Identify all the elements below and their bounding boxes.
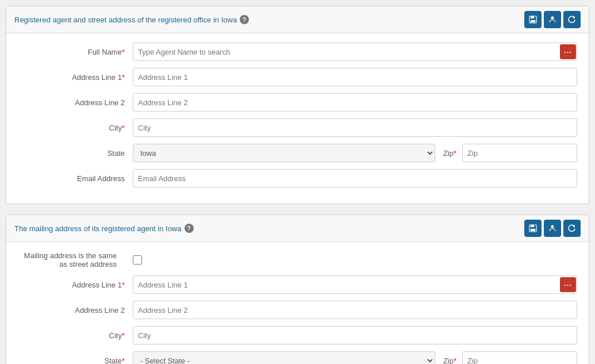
floppy-icon	[529, 16, 537, 24]
section1-help-icon[interactable]: ?	[240, 15, 249, 24]
fullname-dots-button[interactable]: ···	[560, 44, 576, 59]
svg-rect-2	[531, 20, 535, 22]
person-icon2	[548, 224, 556, 232]
person-icon	[548, 16, 556, 24]
mailing-zip-label: Zip*	[441, 357, 456, 365]
mailing-address2-row: Address Line 2	[18, 301, 577, 319]
mailing-address1-input[interactable]	[133, 275, 577, 294]
svg-point-7	[551, 225, 554, 228]
section2-person-button[interactable]	[544, 220, 561, 237]
address2-input[interactable]	[133, 93, 577, 112]
svg-rect-5	[531, 225, 534, 227]
mailing-city-input[interactable]	[133, 326, 577, 344]
same-address-label: Mailing address is the same as street ad…	[18, 251, 133, 269]
mailing-city-row: City*	[18, 326, 577, 344]
mailing-zip-input[interactable]	[462, 351, 577, 364]
section1-save-button[interactable]	[524, 11, 542, 28]
address1-row: Address Line 1*	[18, 68, 577, 86]
email-input[interactable]	[133, 169, 577, 187]
mailing-state-zip-row: State* - Select State - Iowa Zip*	[18, 351, 577, 364]
fullname-input-wrapper: ···	[133, 43, 577, 61]
mailing-address1-dots-button[interactable]: ···	[560, 277, 576, 292]
section1-actions	[524, 11, 581, 28]
section2-save-button[interactable]	[524, 220, 542, 237]
mailing-state-label: State*	[18, 357, 133, 365]
same-address-row: Mailing address is the same as street ad…	[18, 251, 577, 269]
email-label: Email Address	[18, 174, 133, 183]
city-label: City*	[18, 124, 133, 132]
email-row: Email Address	[18, 169, 577, 187]
section1-refresh-button[interactable]	[563, 11, 581, 28]
mailing-state-required: *	[122, 357, 125, 365]
zip-required: *	[454, 149, 456, 158]
section1-form-body: Full Name* ··· Address Line 1* Address L…	[6, 33, 589, 204]
mailing-zip-required: *	[454, 357, 456, 365]
mailing-address1-row: Address Line 1* ···	[18, 275, 577, 294]
address2-row: Address Line 2	[18, 93, 577, 112]
section2-actions	[524, 220, 581, 237]
address1-required: *	[122, 73, 125, 82]
svg-rect-6	[531, 229, 535, 231]
section2-help-icon[interactable]: ?	[185, 224, 194, 233]
section2-title-group: The mailing address of its registered ag…	[14, 224, 194, 233]
refresh-icon2	[568, 224, 576, 232]
mailing-city-label: City*	[18, 331, 133, 340]
mailing-state-zip-group: - Select State - Iowa Zip*	[133, 351, 577, 364]
section-registered-agent: Registered agent and street address of t…	[6, 6, 589, 204]
mailing-address2-label: Address Line 2	[18, 306, 133, 315]
section1-title-group: Registered agent and street address of t…	[14, 15, 249, 24]
mailing-address1-input-wrapper: ···	[133, 275, 577, 294]
address1-input[interactable]	[133, 68, 577, 86]
city-input[interactable]	[133, 118, 577, 137]
refresh-icon	[568, 16, 576, 24]
fullname-row: Full Name* ···	[18, 43, 577, 61]
fullname-required: *	[122, 48, 125, 56]
mailing-address1-required: *	[122, 281, 125, 289]
section2-form-body: Mailing address is the same as street ad…	[6, 242, 589, 364]
state-zip-group: Iowa Zip*	[133, 144, 577, 162]
section-mailing-address: The mailing address of its registered ag…	[6, 214, 589, 364]
state-select[interactable]: Iowa	[133, 144, 435, 162]
state-label: State	[18, 149, 133, 158]
section1-header: Registered agent and street address of t…	[6, 6, 589, 33]
address1-label: Address Line 1*	[18, 73, 133, 82]
svg-point-3	[551, 17, 554, 20]
svg-rect-1	[531, 16, 534, 18]
section2-refresh-button[interactable]	[563, 220, 581, 237]
state-zip-row: State Iowa Zip*	[18, 144, 577, 162]
section2-header: The mailing address of its registered ag…	[6, 215, 589, 242]
section1-person-button[interactable]	[544, 11, 561, 28]
same-address-checkbox-cell	[133, 255, 142, 265]
zip-label: Zip*	[441, 149, 456, 158]
city-row: City*	[18, 118, 577, 137]
fullname-input[interactable]	[133, 43, 577, 61]
mailing-state-select[interactable]: - Select State - Iowa	[133, 351, 435, 364]
mailing-city-required: *	[122, 331, 125, 340]
mailing-address1-label: Address Line 1*	[18, 281, 133, 289]
address2-label: Address Line 2	[18, 98, 133, 107]
zip-input[interactable]	[462, 144, 577, 162]
city-required: *	[122, 124, 125, 132]
mailing-address2-input[interactable]	[133, 301, 577, 319]
fullname-label: Full Name*	[18, 48, 133, 56]
floppy-icon2	[529, 224, 537, 232]
section1-title: Registered agent and street address of t…	[14, 16, 237, 24]
same-address-checkbox[interactable]	[133, 255, 142, 265]
section2-title: The mailing address of its registered ag…	[14, 224, 182, 233]
